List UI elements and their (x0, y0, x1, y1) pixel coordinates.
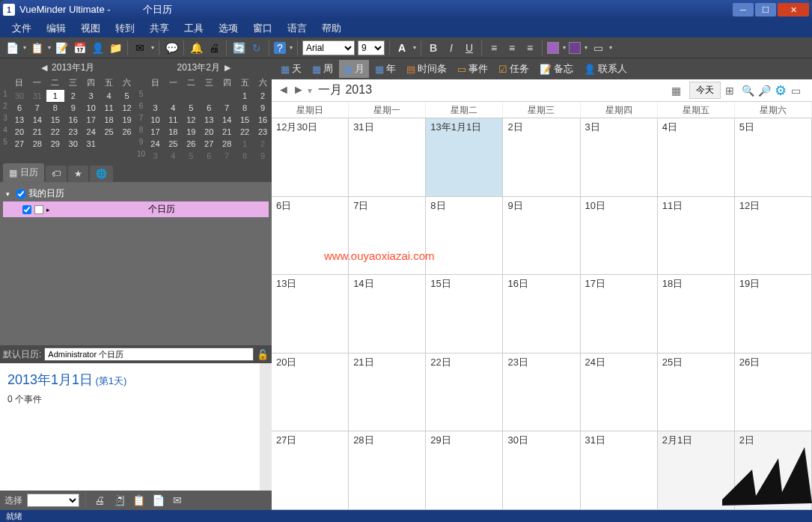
day-cell[interactable]: 5日 (735, 118, 812, 196)
minical-day[interactable]: 15 (46, 114, 64, 126)
selection-select[interactable] (27, 494, 79, 507)
minical-day[interactable]: 6 (200, 102, 218, 114)
minical-day[interactable] (100, 138, 118, 150)
minical-day[interactable] (147, 90, 165, 102)
border-button[interactable]: ▭ (590, 40, 605, 55)
minical-day[interactable]: 5 (182, 102, 200, 114)
close-button[interactable]: ✕ (778, 3, 809, 16)
minical-day[interactable]: 25 (164, 138, 182, 150)
help-button[interactable]: ? (274, 42, 286, 54)
tab-categories[interactable]: 🏷 (46, 166, 67, 182)
maximize-button[interactable]: ☐ (755, 3, 776, 16)
minical-day[interactable]: 25 (100, 126, 118, 138)
day-cell[interactable]: 25日 (658, 353, 735, 431)
align-right-button[interactable]: ≡ (522, 40, 537, 55)
day-cell[interactable]: 19日 (735, 275, 812, 353)
day-cell[interactable]: 31日 (581, 431, 658, 509)
minical-day[interactable]: 21 (28, 126, 46, 138)
minical-day[interactable]: 1 (236, 90, 254, 102)
minical-day[interactable]: 17 (147, 126, 165, 138)
day-cell[interactable]: 27日 (272, 431, 349, 509)
view-event-button[interactable]: ▭事件 (453, 60, 492, 78)
minical-day[interactable]: 23 (64, 126, 82, 138)
print-button[interactable]: 🖨 (207, 40, 222, 55)
minical-day[interactable]: 9 (254, 102, 272, 114)
overlay-button[interactable]: ⊞ (725, 85, 739, 97)
minical-day[interactable]: 31 (82, 138, 100, 150)
minical-day[interactable]: 5 (182, 150, 200, 162)
minical-day[interactable]: 17 (82, 114, 100, 126)
day-cell[interactable]: 16日 (503, 275, 580, 353)
minical-day[interactable]: 16 (64, 114, 82, 126)
day-cell[interactable]: 7日 (349, 197, 426, 275)
minical-day[interactable]: 7 (28, 102, 46, 114)
minical-day[interactable]: 24 (147, 138, 165, 150)
minical-day[interactable]: 11 (100, 102, 118, 114)
day-cell[interactable]: 11日 (658, 197, 735, 275)
day-cell[interactable]: 15日 (426, 275, 503, 353)
underline-button[interactable]: U (462, 40, 477, 55)
minical-day[interactable]: 14 (28, 114, 46, 126)
menu-转到[interactable]: 转到 (108, 19, 142, 37)
minical-day[interactable]: 23 (254, 126, 272, 138)
view-note-button[interactable]: 📝备忘 (535, 60, 578, 78)
view-week-button[interactable]: ▦周 (308, 60, 338, 78)
print-selection-button[interactable]: 🖨 (92, 493, 107, 508)
day-cell[interactable]: 30日 (503, 431, 580, 509)
minical-day[interactable]: 29 (46, 138, 64, 150)
notebook-button[interactable]: 📓 (112, 493, 126, 508)
bold-button[interactable]: B (426, 40, 441, 55)
minical-day[interactable]: 20 (10, 126, 28, 138)
day-cell[interactable]: 4日 (658, 118, 735, 196)
day-cell[interactable]: 22日 (426, 353, 503, 431)
day-cell[interactable]: 9日 (503, 197, 580, 275)
minical-day[interactable] (182, 90, 200, 102)
menu-选项[interactable]: 选项 (211, 19, 245, 37)
day-cell[interactable]: 2日 (503, 118, 580, 196)
minical-day[interactable] (200, 90, 218, 102)
day-cell[interactable]: 24日 (581, 353, 658, 431)
tree-root[interactable]: ▾ 我的日历 (3, 186, 269, 201)
minical-day[interactable]: 6 (200, 150, 218, 162)
paste-button[interactable]: 📄 (150, 493, 165, 508)
minical-day[interactable]: 31 (28, 90, 46, 102)
minical-day[interactable]: 4 (164, 102, 182, 114)
minical-day[interactable]: 8 (236, 150, 254, 162)
minical-day[interactable]: 18 (100, 114, 118, 126)
tree-child[interactable]: ▸ 个日历 (3, 201, 269, 217)
minical-day[interactable]: 28 (218, 138, 236, 150)
menu-工具[interactable]: 工具 (177, 19, 211, 37)
tab-favorites[interactable]: ★ (68, 166, 88, 182)
email-button[interactable]: ✉ (132, 40, 147, 55)
minical-day[interactable]: 3 (147, 102, 165, 114)
zoom-out-button[interactable]: 🔍 (742, 85, 755, 97)
minical-day[interactable]: 21 (218, 126, 236, 138)
prev-month-button[interactable]: ◄ (278, 83, 293, 98)
day-cell[interactable]: 2月1日 (658, 431, 735, 509)
minical-day[interactable]: 4 (100, 90, 118, 102)
menu-帮助[interactable]: 帮助 (314, 19, 349, 37)
minical-day[interactable]: 26 (118, 126, 136, 138)
menu-语言[interactable]: 语言 (280, 19, 314, 37)
view-timeline-button[interactable]: ▤时间条 (402, 60, 451, 78)
minical-day[interactable]: 3 (147, 150, 165, 162)
day-cell[interactable]: 18日 (658, 275, 735, 353)
scrollbar[interactable] (260, 363, 272, 491)
bg-color-button[interactable] (547, 42, 559, 54)
minical-day[interactable]: 15 (236, 114, 254, 126)
gear-icon[interactable]: ⚙ (775, 82, 788, 99)
view-year-button[interactable]: ▦年 (370, 60, 400, 78)
default-calendar-input[interactable] (44, 348, 254, 361)
minical-day[interactable]: 10 (147, 114, 165, 126)
day-cell[interactable]: 12月30日 (272, 118, 349, 196)
day-cell[interactable]: 26日 (735, 353, 812, 431)
new-event-button[interactable]: 📄 (4, 40, 19, 55)
day-cell[interactable]: 13年1月1日 (426, 118, 503, 196)
minical-day[interactable]: 22 (236, 126, 254, 138)
minical-day[interactable]: 12 (182, 114, 200, 126)
font-size-select[interactable]: 9 (358, 40, 385, 55)
day-cell[interactable]: 8日 (426, 197, 503, 275)
fg-color-button[interactable] (569, 42, 581, 54)
minical-day[interactable]: 1 (236, 138, 254, 150)
sync-button[interactable]: 🔄 (231, 40, 246, 55)
